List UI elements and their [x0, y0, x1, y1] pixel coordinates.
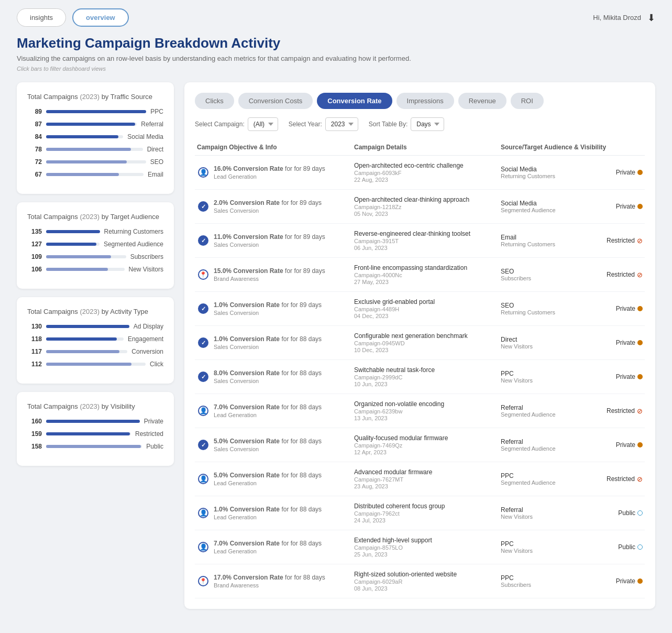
tab-roi[interactable]: ROI [511, 93, 544, 109]
aud-segment: Subscribers [501, 582, 531, 588]
traffic-bar-referral[interactable]: 87 Referral [27, 121, 163, 128]
table-row[interactable]: ✓ 2.0% Conversion Rate for for 89 days S… [195, 190, 645, 224]
person-icon: 👤 [198, 167, 208, 178]
sort-select[interactable]: Days [411, 117, 444, 131]
table-row[interactable]: ✓ 1.0% Conversion Rate for for 89 days S… [195, 292, 645, 326]
det-campaign: Campaign-4489H [354, 306, 501, 312]
table-row[interactable]: 📍 17.0% Conversion Rate for for 88 days … [195, 564, 645, 598]
vis-dot-private [637, 579, 643, 584]
det-date: 22 Aug, 2023 [354, 177, 501, 183]
vis-label: Private [616, 577, 635, 585]
check-icon: ✓ [198, 440, 208, 450]
cell-objective: 👤 1.0% Conversion Rate for for 88 days L… [197, 506, 354, 520]
obj-rate: 5.0% Conversion Rate for for 88 days [214, 438, 322, 445]
det-campaign: Campaign-4000Nc [354, 272, 501, 278]
aud-source: Direct [501, 336, 533, 343]
table-row[interactable]: 👤 5.0% Conversion Rate for for 88 days L… [195, 462, 645, 496]
table-row[interactable]: ✓ 1.0% Conversion Rate for for 88 days S… [195, 326, 645, 360]
traffic-bar-direct[interactable]: 78 Direct [27, 146, 163, 153]
obj-main: 2.0% Conversion Rate for for 89 days Sal… [214, 199, 322, 214]
year-select[interactable]: 2023 [325, 117, 358, 131]
det-campaign: Campaign-1218Zz [354, 204, 501, 210]
activity-bar-conversion[interactable]: 117 Conversion [27, 348, 163, 355]
table-body: 👤 16.0% Conversion Rate for for 89 days … [195, 156, 645, 598]
tab-conversion-costs[interactable]: Conversion Costs [238, 93, 313, 109]
nav-insights-button[interactable]: insights [17, 8, 66, 27]
download-icon[interactable]: ⬇ [647, 12, 655, 24]
table-row[interactable]: 👤 1.0% Conversion Rate for for 88 days L… [195, 496, 645, 530]
obj-type: Lead Generation [214, 412, 322, 418]
person-icon: 👤 [198, 542, 208, 552]
traffic-bar-social[interactable]: 84 Social Media [27, 133, 163, 140]
cell-details: Quality-focused modular firmware Campaig… [354, 434, 501, 455]
aud-info: SEO Returning Customers [501, 302, 555, 315]
cell-audience: PPC Segmented Audience Restricted ⊘ [501, 472, 643, 486]
row-icon: ✓ [197, 234, 210, 247]
obj-rate: 8.0% Conversion Rate for for 88 days [214, 369, 322, 377]
visibility-bar-restricted[interactable]: 159 Restricted [27, 430, 163, 438]
visibility-badge: Private [616, 577, 643, 585]
det-date: 08 Jun, 2023 [354, 585, 501, 592]
obj-rate: 2.0% Conversion Rate for for 89 days [214, 199, 322, 206]
tab-revenue[interactable]: Revenue [458, 93, 506, 109]
traffic-bar-email[interactable]: 67 Email [27, 171, 163, 178]
dashboard-layout: Total Campaigns (2023) by Traffic Source… [17, 82, 655, 609]
visibility-title: Total Campaigns (2023) by Visibility [27, 402, 163, 410]
audience-bar-subscribers[interactable]: 109 Subscribers [27, 253, 163, 260]
audience-bar-visitors[interactable]: 106 New Visitors [27, 266, 163, 273]
det-date: 27 May, 2023 [354, 279, 501, 285]
aud-info: Referral New Visitors [501, 506, 533, 520]
obj-main: 15.0% Conversion Rate for for 89 days Br… [214, 267, 325, 282]
cell-objective: ✓ 8.0% Conversion Rate for for 88 days S… [197, 369, 354, 384]
aud-info: Social Media Segmented Audience [501, 200, 556, 213]
aud-source: PPC [501, 370, 533, 377]
tab-clicks[interactable]: Clicks [195, 93, 234, 109]
det-campaign: Campaign-6029aR [354, 579, 501, 585]
year-filter: Select Year: 2023 [289, 117, 358, 131]
table-row[interactable]: ✓ 11.0% Conversion Rate for for 89 days … [195, 224, 645, 258]
obj-main: 1.0% Conversion Rate for for 88 days Sal… [214, 335, 322, 350]
table-row[interactable]: ✓ 8.0% Conversion Rate for for 88 days S… [195, 360, 645, 394]
aud-info: PPC Segmented Audience [501, 472, 556, 486]
pin-icon: 📍 [198, 269, 208, 280]
vis-label: Private [616, 305, 635, 312]
activity-bar-engagement[interactable]: 118 Engagement [27, 335, 163, 343]
campaign-select[interactable]: (All) [248, 117, 278, 131]
traffic-title: Total Campaigns (2023) by Traffic Source [27, 93, 163, 101]
table-row[interactable]: 👤 16.0% Conversion Rate for for 89 days … [195, 156, 645, 190]
table-row[interactable]: 📍 15.0% Conversion Rate for for 89 days … [195, 258, 645, 292]
top-bar: insights overview Hi, Mikita Drozd ⬇ [0, 0, 672, 35]
vis-label: Restricted [607, 271, 635, 278]
cell-audience: PPC New Visitors Public [501, 540, 643, 554]
sort-label: Sort Table By: [369, 121, 407, 128]
activity-bar-addisplay[interactable]: 130 Ad Display [27, 323, 163, 330]
det-campaign: Campaign-7962ct [354, 510, 501, 517]
nav-overview-button[interactable]: overview [72, 8, 129, 27]
tab-impressions[interactable]: Impressions [396, 93, 454, 109]
table-row[interactable]: 👤 7.0% Conversion Rate for for 88 days L… [195, 530, 645, 564]
vis-label: Private [616, 169, 635, 176]
det-date: 12 Apr, 2023 [354, 449, 501, 455]
table-row[interactable]: 👤 7.0% Conversion Rate for for 88 days L… [195, 394, 645, 428]
audience-bar-returning[interactable]: 135 Returning Customers [27, 228, 163, 235]
cell-objective: ✓ 5.0% Conversion Rate for for 88 days S… [197, 438, 354, 452]
det-date: 06 Jun, 2023 [354, 245, 501, 251]
row-icon: ✓ [197, 336, 210, 349]
cell-details: Extended high-level support Campaign-857… [354, 537, 501, 558]
activity-bar-click[interactable]: 112 Click [27, 361, 163, 368]
cell-audience: Social Media Segmented Audience Private [501, 200, 643, 213]
obj-main: 17.0% Conversion Rate for for 88 days Br… [214, 574, 325, 588]
visibility-bar-private[interactable]: 160 Private [27, 418, 163, 425]
obj-rate: 1.0% Conversion Rate for for 88 days [214, 506, 322, 513]
vis-label: Public [618, 543, 635, 551]
traffic-bar-seo[interactable]: 72 SEO [27, 158, 163, 166]
audience-bar-segmented[interactable]: 127 Segmented Audience [27, 241, 163, 248]
det-name: Front-line encompassing standardization [354, 264, 501, 271]
tab-conversion-rate[interactable]: Conversion Rate [317, 93, 392, 109]
vis-x-restricted: ⊘ [637, 237, 643, 245]
visibility-bar-public[interactable]: 158 Public [27, 443, 163, 450]
table-row[interactable]: ✓ 5.0% Conversion Rate for for 88 days S… [195, 428, 645, 462]
traffic-bar-ppc[interactable]: 89 PPC [27, 108, 163, 115]
pin-icon: 📍 [198, 576, 208, 586]
det-date: 05 Nov, 2023 [354, 211, 501, 217]
